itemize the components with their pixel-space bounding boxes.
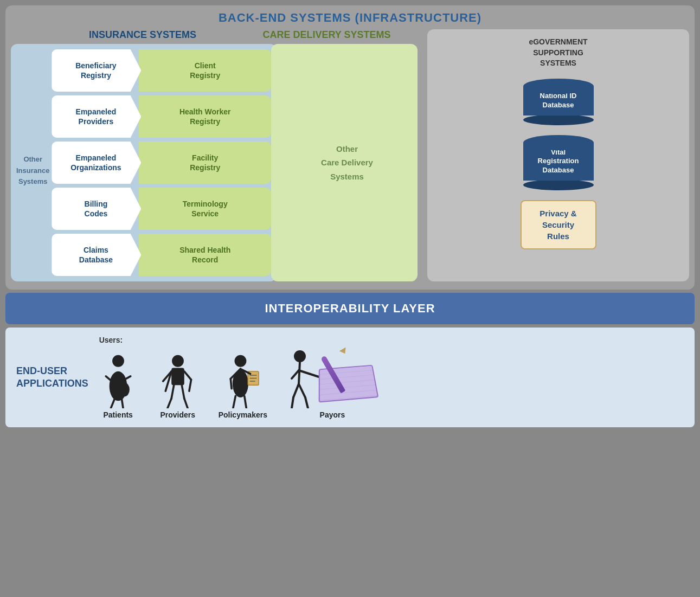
interop-title: INTEROPERABILITY LAYER	[265, 301, 435, 315]
empaneled-orgs-label: EmpaneledOrganizations	[70, 153, 121, 172]
policymakers-label: Policymakers	[219, 410, 267, 419]
enduser-section: END-USERAPPLICATIONS Users:	[5, 328, 695, 427]
user-policymakers: Policymakers	[219, 354, 267, 419]
svg-line-29	[299, 362, 300, 384]
shared-health-record-cell: Shared HealthRecord	[139, 234, 271, 276]
care-other-block: OtherCare DeliverySystems	[271, 44, 418, 281]
svg-line-35	[305, 397, 308, 408]
beneficiary-registry-label: BeneficiaryRegistry	[75, 61, 116, 80]
health-worker-registry-label: Health WorkerRegistry	[179, 107, 231, 126]
users-area: Users: Patients	[99, 336, 684, 419]
health-worker-registry-cell: Health WorkerRegistry	[139, 95, 271, 138]
svg-line-5	[111, 399, 114, 408]
client-registry-label: ClientRegistry	[190, 61, 220, 80]
policymakers-icon	[224, 354, 262, 408]
empaneled-orgs-cell: EmpaneledOrganizations	[52, 142, 141, 184]
payors-label: Payors	[320, 410, 345, 419]
billing-codes-cell: BillingCodes	[52, 188, 141, 230]
insurance-title: INSURANCE SYSTEMS	[87, 29, 230, 41]
svg-line-12	[189, 380, 191, 391]
pen-nib-icon	[339, 347, 348, 356]
svg-line-16	[184, 399, 187, 408]
privacy-security-label: Privacy &Security Rules	[540, 209, 576, 241]
other-insurance-wrapper: OtherInsuranceSystems	[16, 49, 49, 276]
enduser-title: END-USERAPPLICATIONS	[16, 365, 88, 390]
svg-line-11	[184, 371, 191, 380]
main-systems: INSURANCE SYSTEMS CARE DELIVERY SYSTEMS …	[11, 29, 689, 281]
payors-illustration	[289, 349, 376, 408]
row-pairs: BeneficiaryRegistry ClientRegistry Empan…	[52, 49, 271, 276]
svg-line-26	[233, 396, 236, 408]
svg-line-20	[230, 378, 232, 388]
other-insurance-label: OtherInsuranceSystems	[16, 154, 49, 188]
facility-registry-label: FacilityRegistry	[190, 153, 220, 172]
backend-title: BACK-END SYSTEMS (INFRASTRUCTURE)	[11, 11, 689, 25]
providers-label: Providers	[160, 410, 195, 419]
row-1: BeneficiaryRegistry ClientRegistry	[52, 49, 271, 92]
egovernment-title: eGOVERNMENTSUPPORTINGSYSTEMS	[529, 37, 587, 69]
insurance-block: OtherInsuranceSystems BeneficiaryRegistr…	[11, 44, 277, 281]
svg-point-0	[112, 355, 124, 367]
row-4: BillingCodes TerminologyService	[52, 188, 271, 230]
other-care-label: OtherCare DeliverySystems	[321, 142, 373, 184]
users-label: Users:	[99, 336, 684, 344]
svg-rect-8	[171, 368, 184, 385]
client-registry-cell: ClientRegistry	[139, 49, 271, 92]
user-providers: Providers	[159, 354, 197, 419]
svg-line-30	[292, 370, 299, 378]
ins-care-body: OtherInsuranceSystems BeneficiaryRegistr…	[11, 44, 423, 281]
svg-point-2	[119, 383, 129, 396]
ins-care-outer: INSURANCE SYSTEMS CARE DELIVERY SYSTEMS …	[11, 29, 423, 281]
svg-line-27	[245, 396, 247, 408]
svg-point-7	[172, 355, 184, 367]
empaneled-providers-label: EmpaneledProviders	[76, 107, 117, 126]
svg-line-15	[182, 385, 184, 399]
egovernment-block: eGOVERNMENTSUPPORTINGSYSTEMS National ID…	[427, 29, 689, 281]
claims-db-label: ClaimsDatabase	[79, 245, 113, 265]
row-2: EmpaneledProviders Health WorkerRegistry	[52, 95, 271, 138]
svg-point-28	[294, 350, 306, 362]
providers-icon	[159, 354, 197, 408]
svg-line-31	[299, 370, 319, 377]
svg-point-17	[234, 355, 246, 367]
vital-registration-database: VitalRegistrationDatabase	[523, 135, 594, 191]
shared-health-record-label: Shared HealthRecord	[179, 245, 230, 265]
db-top-2	[523, 135, 594, 150]
db-bottom-1	[523, 114, 594, 125]
patients-icon	[99, 354, 137, 408]
users-row: Patients P	[99, 349, 684, 419]
ins-care-titles: INSURANCE SYSTEMS CARE DELIVERY SYSTEMS	[11, 29, 423, 41]
row-3: EmpaneledOrganizations FacilityRegistry	[52, 142, 271, 184]
user-payors: Payors	[289, 349, 376, 419]
svg-line-14	[168, 399, 171, 408]
backend-container: BACK-END SYSTEMS (INFRASTRUCTURE) INSURA…	[5, 5, 695, 290]
db-bottom-2	[523, 179, 594, 190]
svg-line-33	[292, 397, 293, 408]
svg-line-6	[121, 399, 123, 408]
svg-line-32	[293, 384, 299, 397]
facility-registry-cell: FacilityRegistry	[139, 142, 271, 184]
svg-line-34	[299, 384, 305, 397]
row-5: ClaimsDatabase Shared HealthRecord	[52, 234, 271, 276]
claims-db-cell: ClaimsDatabase	[52, 234, 141, 276]
billing-codes-label: BillingCodes	[85, 199, 108, 219]
privacy-security-box: Privacy &Security Rules	[521, 200, 596, 249]
svg-line-13	[171, 385, 174, 399]
terminology-service-label: TerminologyService	[183, 199, 228, 219]
national-id-database: National IDDatabase	[523, 79, 594, 125]
beneficiary-registry-cell: BeneficiaryRegistry	[52, 49, 141, 92]
interop-layer: INTEROPERABILITY LAYER	[5, 293, 695, 324]
patients-label: Patients	[103, 410, 132, 419]
user-patients: Patients	[99, 354, 137, 419]
db-top-1	[523, 79, 594, 94]
page-wrapper: BACK-END SYSTEMS (INFRASTRUCTURE) INSURA…	[0, 0, 700, 597]
terminology-service-cell: TerminologyService	[139, 188, 271, 230]
empaneled-providers-cell: EmpaneledProviders	[52, 95, 141, 138]
care-title: CARE DELIVERY SYSTEMS	[230, 29, 423, 41]
